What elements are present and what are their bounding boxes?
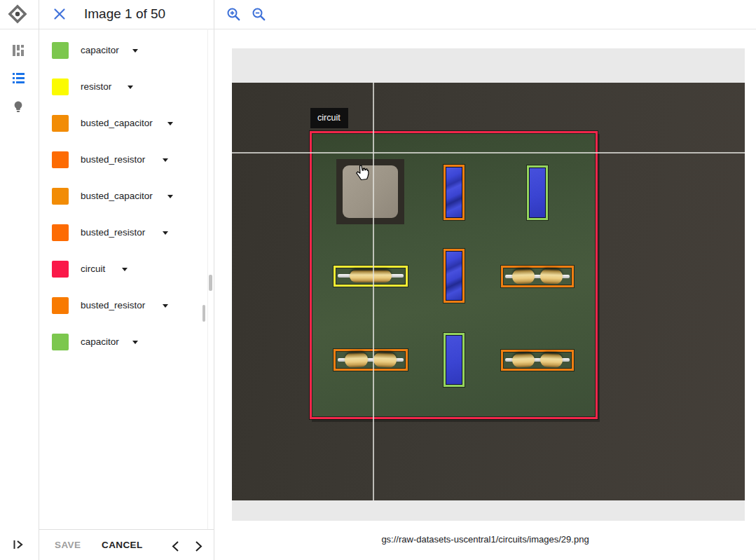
- label-name: busted_resistor: [81, 154, 145, 165]
- label-item-busted_resistor[interactable]: busted_resistor: [39, 224, 207, 241]
- chevron-down-icon[interactable]: [132, 49, 138, 53]
- label-name: circuit: [81, 264, 105, 274]
- expand-panel-icon[interactable]: [12, 538, 26, 552]
- label-item-capacitor[interactable]: capacitor: [39, 334, 207, 350]
- app-logo-diamond-icon: [8, 4, 27, 24]
- label-color-swatch: [52, 334, 69, 350]
- label-name: busted_resistor: [81, 300, 145, 310]
- scrollbar-thumb[interactable]: [209, 275, 212, 291]
- cancel-button[interactable]: CANCEL: [102, 540, 143, 550]
- component-busted_capacitor: [446, 251, 462, 301]
- bbox-busted_resistor[interactable]: [501, 350, 574, 371]
- label-color-swatch: [52, 42, 69, 59]
- label-name: busted_capacitor: [81, 118, 153, 128]
- busted-resistor-left: [511, 268, 535, 284]
- save-button[interactable]: SAVE: [55, 540, 81, 550]
- close-icon[interactable]: [53, 8, 66, 20]
- label-name: capacitor: [81, 336, 119, 347]
- resistor-body: [350, 270, 392, 282]
- busted-resistor-right: [373, 352, 397, 367]
- lightbulb-icon[interactable]: [12, 100, 26, 114]
- chevron-down-icon[interactable]: [132, 341, 138, 344]
- busted-resistor-right: [540, 353, 563, 367]
- chevron-down-icon[interactable]: [167, 195, 173, 198]
- panel-scroll-track: [207, 29, 208, 560]
- chevron-right-icon[interactable]: [194, 540, 205, 553]
- label-color-swatch: [52, 188, 69, 205]
- label-item-resistor[interactable]: resistor: [39, 78, 207, 95]
- busted-resistor-right: [540, 268, 563, 284]
- bbox-busted_resistor[interactable]: [501, 266, 574, 287]
- chevron-down-icon[interactable]: [163, 304, 168, 308]
- chevron-down-icon[interactable]: [163, 158, 168, 162]
- panel-divider: [214, 0, 214, 560]
- image-path: gs://raw-datasets-uscentral1/circuits/im…: [214, 534, 756, 545]
- bbox-capacitor[interactable]: [444, 333, 465, 387]
- chevron-down-icon[interactable]: [122, 268, 128, 271]
- bbox-resistor[interactable]: [334, 266, 408, 287]
- component-busted_capacitor: [446, 167, 462, 218]
- chevron-down-icon[interactable]: [163, 231, 168, 235]
- component-capacitor: [446, 335, 462, 385]
- component-capacitor: [529, 168, 546, 218]
- image-margin-bottom: [232, 500, 745, 521]
- busted-resistor-left: [345, 352, 369, 367]
- label-color-swatch: [52, 261, 69, 278]
- bbox-busted_resistor[interactable]: [334, 349, 408, 371]
- regions-icon[interactable]: [12, 44, 26, 58]
- label-name: busted_capacitor: [81, 191, 153, 201]
- label-name: busted_resistor: [81, 227, 145, 238]
- label-name: resistor: [81, 81, 111, 92]
- panel-footer: SAVE CANCEL: [39, 529, 214, 560]
- zoom-out-icon[interactable]: [252, 7, 266, 22]
- chevron-left-icon[interactable]: [170, 540, 181, 553]
- label-color-swatch: [52, 151, 69, 168]
- page-title: Image 1 of 50: [84, 6, 165, 22]
- bbox-capacitor[interactable]: [527, 165, 548, 220]
- label-list: capacitorresistorbusted_capacitorbusted_…: [39, 29, 207, 529]
- chevron-down-icon[interactable]: [128, 86, 133, 89]
- label-color-swatch: [52, 297, 69, 314]
- region-label-tooltip: circuit: [310, 108, 348, 128]
- label-color-swatch: [52, 224, 69, 241]
- label-color-swatch: [52, 78, 69, 95]
- label-item-busted_capacitor[interactable]: busted_capacitor: [39, 188, 207, 205]
- label-item-circuit[interactable]: circuit: [39, 261, 207, 278]
- label-item-capacitor[interactable]: capacitor: [39, 42, 207, 59]
- bbox-busted_capacitor[interactable]: [444, 165, 465, 220]
- zoom-in-icon[interactable]: [226, 7, 241, 22]
- label-color-swatch: [52, 115, 69, 132]
- label-item-busted_resistor[interactable]: busted_resistor: [39, 151, 207, 168]
- scrollbar-thumb[interactable]: [202, 305, 205, 322]
- image-margin-top: [232, 48, 745, 83]
- label-name: capacitor: [81, 45, 119, 55]
- busted-resistor-left: [511, 353, 535, 367]
- bbox-busted_capacitor[interactable]: [444, 249, 465, 303]
- label-list-icon[interactable]: [12, 72, 26, 86]
- label-item-busted_resistor[interactable]: busted_resistor: [39, 297, 207, 314]
- label-item-busted_capacitor[interactable]: busted_capacitor: [39, 115, 207, 132]
- chevron-down-icon[interactable]: [167, 122, 173, 125]
